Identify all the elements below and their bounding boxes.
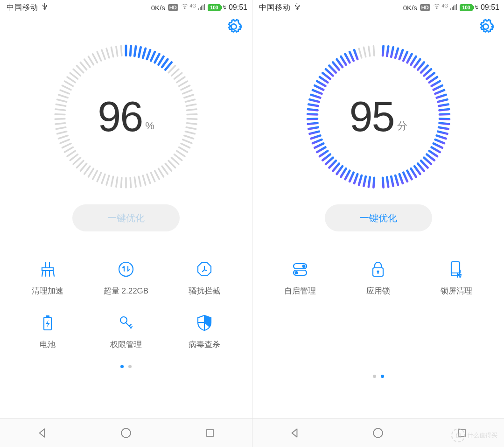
battery-icon bbox=[38, 313, 57, 333]
score-gauge: 96 % bbox=[51, 42, 201, 191]
optimize-button[interactable]: 一键优化 bbox=[325, 204, 432, 231]
tile-label: 电池 bbox=[40, 339, 56, 350]
4g-label: 4G bbox=[190, 3, 196, 8]
back-button[interactable] bbox=[285, 424, 304, 442]
tile-label: 权限管理 bbox=[110, 339, 142, 350]
back-button[interactable] bbox=[33, 424, 51, 442]
page-dot bbox=[381, 375, 384, 378]
tile-label: 骚扰拦截 bbox=[189, 286, 220, 296]
charging-icon: ↯ bbox=[222, 4, 227, 11]
score-value: 96 bbox=[98, 93, 142, 141]
svg-rect-92 bbox=[46, 315, 49, 317]
tile-battery[interactable]: 电池 bbox=[8, 313, 87, 350]
svg-rect-193 bbox=[451, 262, 460, 276]
tile-label: 清理加速 bbox=[32, 286, 63, 296]
score-gauge: 95 分 bbox=[304, 42, 453, 191]
usb-icon bbox=[294, 3, 300, 12]
tile-applock[interactable]: 应用锁 bbox=[339, 259, 418, 296]
tile-label: 自启管理 bbox=[284, 286, 316, 296]
battery-indicator: 100 ↯ bbox=[208, 4, 227, 11]
settings-icon[interactable] bbox=[226, 19, 242, 35]
carrier-label: 中国移动 bbox=[7, 3, 38, 13]
page-dot bbox=[373, 375, 376, 378]
4g-label: 4G bbox=[442, 3, 448, 8]
tools-grid: 自启管理 应用锁 锁屏清理 bbox=[252, 259, 504, 296]
tile-virus-scan[interactable]: 病毒查杀 bbox=[165, 313, 244, 350]
key-icon bbox=[116, 313, 136, 333]
hd-badge: HD bbox=[420, 4, 430, 11]
data-icon bbox=[116, 259, 136, 279]
clock: 09:51 bbox=[481, 3, 499, 12]
score-value: 95 bbox=[349, 93, 394, 141]
svg-point-94 bbox=[121, 428, 131, 438]
page-indicator bbox=[252, 375, 504, 378]
navigation-bar bbox=[0, 418, 252, 447]
page-indicator bbox=[0, 365, 252, 368]
page-dot bbox=[128, 365, 132, 368]
tile-block[interactable]: 骚扰拦截 bbox=[165, 259, 244, 296]
charging-icon: ↯ bbox=[474, 4, 479, 11]
net-speed: 0K/s bbox=[151, 4, 165, 12]
svg-rect-192 bbox=[378, 272, 378, 274]
svg-point-187 bbox=[302, 265, 305, 268]
signal-icon bbox=[198, 3, 205, 12]
tools-grid: 清理加速 超量 2.22GB 骚扰拦截 电池 bbox=[0, 259, 252, 350]
hd-badge: HD bbox=[168, 4, 178, 11]
tile-autostart[interactable]: 自启管理 bbox=[261, 259, 339, 296]
toggle-icon bbox=[290, 259, 310, 279]
phone-manager-page-2: 中国移动 0K/s HD 4G 100 ↯ 09:51 bbox=[252, 0, 504, 447]
svg-point-189 bbox=[294, 271, 298, 274]
home-button[interactable] bbox=[369, 424, 387, 442]
score-unit: % bbox=[145, 120, 154, 132]
optimize-button[interactable]: 一键优化 bbox=[72, 204, 180, 231]
shield-icon bbox=[195, 313, 214, 333]
tile-lockscreen-clean[interactable]: 锁屏清理 bbox=[417, 259, 496, 296]
page-dot bbox=[120, 365, 124, 368]
signal-icon bbox=[450, 3, 457, 12]
lock-icon bbox=[368, 259, 388, 279]
usb-icon bbox=[41, 3, 48, 12]
tile-permissions[interactable]: 权限管理 bbox=[87, 313, 165, 350]
svg-point-195 bbox=[374, 428, 383, 438]
tile-cleanup[interactable]: 清理加速 bbox=[8, 259, 87, 296]
tile-label: 应用锁 bbox=[366, 286, 390, 296]
svg-rect-95 bbox=[207, 430, 213, 436]
tile-label: 病毒查杀 bbox=[189, 339, 220, 350]
tile-label: 锁屏清理 bbox=[441, 286, 472, 296]
battery-indicator: 100 ↯ bbox=[460, 4, 479, 11]
phone-clean-icon bbox=[447, 259, 466, 279]
home-button[interactable] bbox=[117, 424, 135, 442]
status-bar: 中国移动 0K/s HD 4G 100 ↯ 09:51 bbox=[0, 0, 252, 15]
settings-icon[interactable] bbox=[478, 19, 494, 35]
status-bar: 中国移动 0K/s HD 4G 100 ↯ 09:51 bbox=[252, 0, 504, 15]
recent-button[interactable] bbox=[201, 424, 219, 442]
clock: 09:51 bbox=[229, 3, 247, 12]
phone-manager-page-1: 中国移动 0K/s HD 4G 100 ↯ 09:51 bbox=[0, 0, 252, 447]
wifi-icon bbox=[181, 3, 189, 12]
broom-icon bbox=[38, 259, 57, 279]
svg-point-90 bbox=[119, 262, 133, 276]
block-icon bbox=[195, 259, 214, 279]
net-speed: 0K/s bbox=[403, 4, 417, 12]
score-unit: 分 bbox=[397, 119, 407, 133]
watermark: 值 什么值得买 bbox=[451, 428, 497, 442]
tile-traffic[interactable]: 超量 2.22GB bbox=[87, 259, 165, 296]
carrier-label: 中国移动 bbox=[259, 3, 291, 13]
wifi-icon bbox=[433, 3, 441, 12]
tile-label: 超量 2.22GB bbox=[104, 286, 148, 296]
